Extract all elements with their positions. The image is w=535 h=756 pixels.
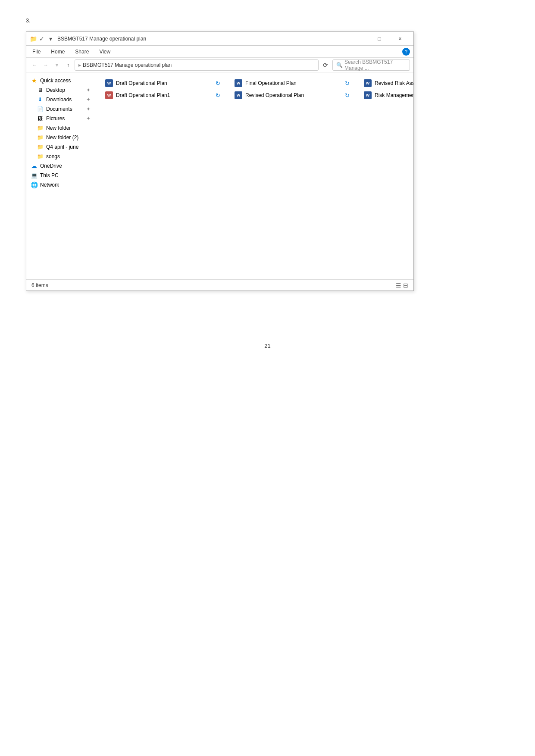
sidebar-item-quick-access[interactable]: ★ Quick access: [26, 76, 95, 85]
minimize-button[interactable]: —: [349, 32, 369, 45]
downloads-pin: ✦: [86, 97, 91, 103]
sync-icon: ↻: [345, 80, 350, 87]
menu-file[interactable]: File: [30, 48, 43, 56]
address-separator: ▸: [78, 62, 81, 68]
menu-share[interactable]: Share: [72, 48, 91, 56]
file-item-draft-op[interactable]: W Draft Operational Plan ↻: [102, 78, 223, 89]
downloads-icon: ⬇: [37, 96, 44, 103]
help-button[interactable]: ?: [402, 48, 410, 56]
sync-icon: ↻: [216, 80, 220, 87]
file-name: Draft Operational Plan: [116, 80, 213, 86]
explorer-window: 📁 ✓ ▾ BSBMGT517 Manage operational plan …: [26, 31, 414, 291]
address-text: BSBMGT517 Manage operational plan: [83, 62, 172, 68]
desktop-icon: 🖥: [37, 87, 44, 94]
quick-access-icon: ★: [31, 77, 38, 84]
back-button[interactable]: ←: [30, 60, 39, 70]
main-content: ★ Quick access 🖥 Desktop ✦ ⬇ Downloads ✦…: [26, 72, 413, 279]
desktop-pin: ✦: [86, 87, 91, 93]
pictures-label: Pictures: [46, 116, 65, 122]
details-view-button[interactable]: ⊟: [403, 282, 408, 289]
sync-icon: ↻: [216, 92, 220, 99]
recent-locations-button[interactable]: ▾: [52, 60, 62, 70]
list-view-button[interactable]: ☰: [396, 282, 401, 289]
search-box[interactable]: 🔍 Search BSBMGT517 Manage ...: [332, 59, 410, 71]
bottom-page-number: 21: [26, 343, 509, 349]
this-pc-label: This PC: [40, 172, 59, 178]
sidebar-item-documents[interactable]: 📄 Documents ✦: [26, 104, 95, 114]
sidebar-item-new-folder-2[interactable]: 📁 New folder (2): [26, 133, 95, 142]
onedrive-icon: ☁: [31, 162, 38, 169]
downloads-label: Downloads: [46, 97, 72, 103]
file-area: W Draft Operational Plan ↻ W Final Opera…: [95, 72, 413, 279]
dropdown-icon: ▾: [47, 35, 54, 42]
quick-access-label: Quick access: [40, 78, 71, 84]
network-label: Network: [40, 182, 59, 188]
q4-label: Q4 april - june: [46, 144, 78, 150]
word-doc-icon: W: [363, 91, 372, 100]
word-icon-badge: W: [364, 91, 372, 99]
forward-button[interactable]: →: [41, 60, 50, 70]
items-count: 6 items: [31, 282, 48, 288]
maximize-button[interactable]: □: [369, 32, 389, 45]
sidebar-item-songs[interactable]: 📁 songs: [26, 152, 95, 161]
sidebar-item-network[interactable]: 🌐 Network: [26, 180, 95, 190]
file-name: Revised Risk Assessment Plan: [375, 80, 413, 86]
sidebar-item-new-folder[interactable]: 📁 New folder: [26, 123, 95, 133]
sidebar-item-onedrive[interactable]: ☁ OneDrive: [26, 161, 95, 171]
view-toggle: ☰ ⊟: [396, 282, 408, 289]
songs-icon: 📁: [37, 153, 44, 160]
word-icon-badge: W: [105, 79, 113, 87]
status-bar: 6 items ☰ ⊟: [26, 279, 413, 291]
close-button[interactable]: ×: [390, 32, 410, 45]
file-item-revised-risk[interactable]: W Revised Risk Assessment Plan ↻: [361, 78, 413, 89]
file-name: Risk Management Plan: [375, 92, 413, 98]
search-placeholder: Search BSBMGT517 Manage ...: [344, 59, 406, 71]
new-folder-2-icon: 📁: [37, 134, 44, 141]
file-name: Final Operational Plan: [245, 80, 342, 86]
documents-icon: 📄: [37, 106, 44, 112]
word-doc-icon: W: [234, 91, 243, 100]
title-bar: 📁 ✓ ▾ BSBMGT517 Manage operational plan …: [26, 32, 413, 46]
menu-bar: File Home Share View ?: [26, 46, 413, 58]
new-folder-label: New folder: [46, 125, 71, 131]
desktop-label: Desktop: [46, 87, 65, 93]
sidebar: ★ Quick access 🖥 Desktop ✦ ⬇ Downloads ✦…: [26, 72, 95, 279]
onedrive-label: OneDrive: [40, 163, 62, 169]
new-folder-icon: 📁: [37, 125, 44, 131]
word-icon-badge: W: [235, 79, 242, 87]
checkmark-icon: ✓: [38, 35, 45, 42]
sidebar-item-pictures[interactable]: 🖼 Pictures ✦: [26, 114, 95, 123]
up-button[interactable]: ↑: [63, 60, 73, 70]
word-icon-badge-red: W: [105, 91, 113, 99]
word-doc-icon: W: [105, 79, 113, 87]
word-icon-badge: W: [364, 79, 372, 87]
address-path[interactable]: ▸ BSBMGT517 Manage operational plan: [75, 59, 319, 71]
folder-icon: 📁: [30, 35, 37, 42]
this-pc-icon: 💻: [31, 172, 38, 179]
page-label: 3.: [26, 17, 509, 24]
menu-home[interactable]: Home: [48, 48, 67, 56]
sidebar-item-q4[interactable]: 📁 Q4 april - june: [26, 142, 95, 152]
file-name: Revised Operational Plan: [245, 92, 342, 98]
file-item-risk-mgmt[interactable]: W Risk Management Plan ↻: [361, 90, 413, 101]
word-doc-red-icon: W: [105, 91, 113, 100]
songs-label: songs: [46, 153, 60, 159]
file-item-revised-op[interactable]: W Revised Operational Plan ↻: [232, 90, 352, 101]
sidebar-item-desktop[interactable]: 🖥 Desktop ✦: [26, 85, 95, 95]
address-bar: ← → ▾ ↑ ▸ BSBMGT517 Manage operational p…: [26, 58, 413, 72]
sidebar-item-downloads[interactable]: ⬇ Downloads ✦: [26, 95, 95, 104]
documents-pin: ✦: [86, 106, 91, 112]
menu-view[interactable]: View: [97, 48, 113, 56]
file-item-final-op[interactable]: W Final Operational Plan ↻: [232, 78, 352, 89]
window-controls: — □ ×: [349, 32, 410, 45]
file-item-draft-op1[interactable]: W Draft Operational Plan1 ↻: [102, 90, 223, 101]
network-icon: 🌐: [31, 181, 38, 188]
search-icon: 🔍: [336, 62, 343, 68]
q4-icon: 📁: [37, 144, 44, 150]
pictures-icon: 🖼: [37, 115, 44, 122]
new-folder-2-label: New folder (2): [46, 134, 78, 141]
refresh-button[interactable]: ⟳: [320, 62, 331, 69]
file-name: Draft Operational Plan1: [116, 92, 213, 98]
sidebar-item-this-pc[interactable]: 💻 This PC: [26, 171, 95, 180]
pictures-pin: ✦: [86, 116, 91, 122]
